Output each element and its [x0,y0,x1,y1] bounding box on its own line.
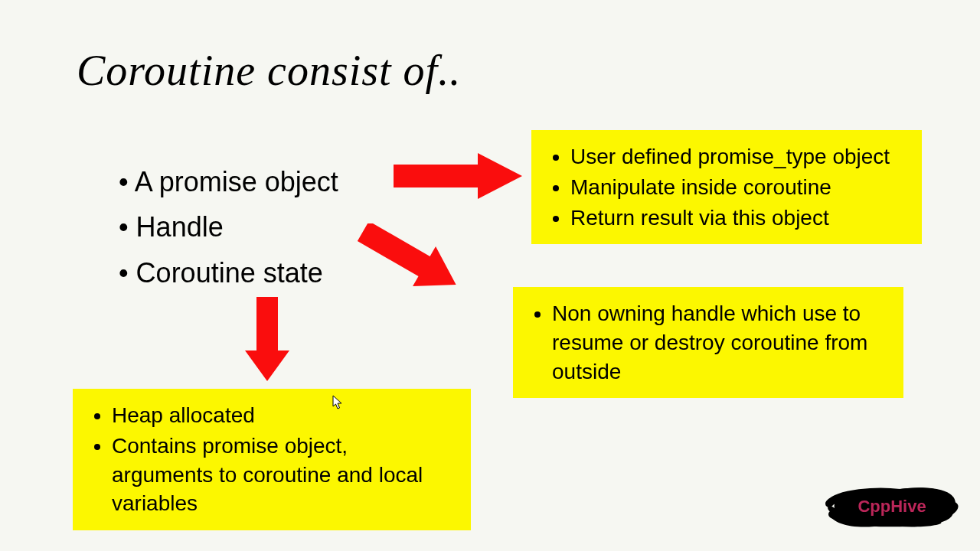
callout-bullet: Return result via this object [570,203,903,233]
svg-marker-0 [394,153,522,199]
callout-bullet: User defined promise_type object [570,142,903,172]
brand-logo: CppHive [823,485,961,528]
list-item: A promise object [119,159,338,204]
arrow-down-icon [245,297,289,381]
arrow-right-icon [394,153,522,199]
list-item: Handle [119,204,338,249]
list-item-label: Coroutine state [136,257,323,289]
brand-text: CppHive [823,485,961,528]
list-item-label: A promise object [135,166,338,197]
arrow-diagonal-icon [356,223,463,292]
main-list: A promise object Handle Coroutine state [119,159,338,295]
callout-bullet: Contains promise object, arguments to co… [112,431,452,519]
callout-bullet: Manipulate inside coroutine [570,172,903,203]
callout-handle: Non owning handle which use to resume or… [513,287,903,398]
slide-title: Coroutine consist of.. [77,46,461,95]
list-item: Coroutine state [119,250,338,295]
callout-bullet: Heap allocated [112,400,452,431]
callout-state: Heap allocated Contains promise object, … [73,389,471,530]
svg-marker-1 [356,223,463,292]
slide: Coroutine consist of.. A promise object … [0,0,980,551]
callout-bullet: Non owning handle which use to resume or… [552,298,884,386]
list-item-label: Handle [136,211,224,243]
svg-marker-2 [245,297,289,381]
callout-promise: User defined promise_type object Manipul… [531,130,922,244]
